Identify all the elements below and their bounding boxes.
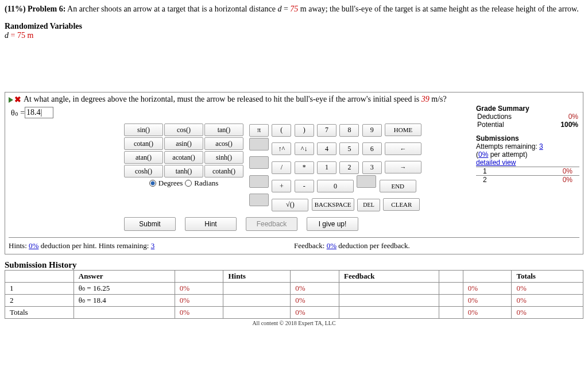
keypad: π ( ) 7 8 9 HOME ↑^ ^↓ 4 5 6 xyxy=(249,123,422,212)
fn-cotan[interactable]: cotan() xyxy=(124,137,163,150)
submit-button[interactable]: Submit xyxy=(124,217,176,231)
problem-label: Problem 6: xyxy=(28,5,65,13)
d-var: d xyxy=(277,5,281,13)
key-minus[interactable]: - xyxy=(295,180,314,192)
fn-tanh[interactable]: tanh() xyxy=(164,165,203,177)
key-left[interactable]: ← xyxy=(385,142,421,155)
randomized-vars: Randomized Variables d = 75 m xyxy=(5,22,583,40)
key-del[interactable]: DEL xyxy=(357,199,380,211)
problem-text1: An archer shoots an arrow at a target th… xyxy=(67,5,277,13)
key-blank4 xyxy=(357,175,376,188)
fn-cos[interactable]: cos() xyxy=(164,123,203,136)
key-clear[interactable]: CLEAR xyxy=(383,198,420,211)
grade-summary: Grade Summary Deductions0% Potential100%… xyxy=(476,105,579,234)
part-icons: ✖ xyxy=(9,95,21,105)
hints-remain-link[interactable]: 3 xyxy=(151,241,155,250)
hints-line: Hints: 0% deduction per hint. Hints rema… xyxy=(9,241,294,250)
key-backspace[interactable]: BACKSPACE xyxy=(312,198,354,211)
key-6[interactable]: 6 xyxy=(362,142,382,155)
key-sup[interactable]: ↑^ xyxy=(272,142,291,155)
key-blank2 xyxy=(249,156,269,169)
key-mul[interactable]: * xyxy=(295,161,314,174)
fn-tan[interactable]: tan() xyxy=(204,123,243,136)
radio-degrees[interactable] xyxy=(149,180,156,187)
feedback-button[interactable]: Feedback xyxy=(246,217,297,231)
key-rparen[interactable]: ) xyxy=(295,124,314,137)
key-blank3 xyxy=(249,175,269,188)
history-row: 1θ₀ = 16.250% 0% 0%0% xyxy=(5,282,583,294)
rv-d-val: = 75 m xyxy=(11,31,34,40)
fn-sin[interactable]: sin() xyxy=(124,123,163,136)
attempts-remaining-link[interactable]: 3 xyxy=(539,142,543,150)
answer-label: θ₀ = xyxy=(11,108,25,118)
key-div[interactable]: / xyxy=(272,161,291,174)
hint-button[interactable]: Hint xyxy=(185,217,237,231)
problem-text2: m away; the bull's-eye of the target is … xyxy=(300,5,579,13)
answer-input[interactable] xyxy=(25,107,53,118)
footer: All content © 2018 Expert TA, LLC xyxy=(5,320,583,326)
hints-ded-link[interactable]: 0% xyxy=(29,241,38,250)
key-sub[interactable]: ^↓ xyxy=(295,142,314,155)
feedback-line: Feedback: 0% deduction per feedback. xyxy=(294,241,579,250)
fn-cotanh[interactable]: cotanh() xyxy=(204,165,243,177)
history-totals-row: Totals0% 0% 0%0% xyxy=(5,306,583,318)
key-2[interactable]: 2 xyxy=(339,161,359,174)
key-sqrt[interactable]: √() xyxy=(272,199,308,211)
key-blank1 xyxy=(249,138,269,150)
part-box: ✖ At what angle, in degrees above the ho… xyxy=(5,92,583,254)
d-val: 75 xyxy=(290,5,298,13)
per-attempt-link[interactable]: 0% xyxy=(478,150,488,159)
fn-asin[interactable]: asin() xyxy=(164,137,203,150)
key-home[interactable]: HOME xyxy=(385,123,421,136)
problem-percent: (11%) xyxy=(5,5,26,13)
key-3[interactable]: 3 xyxy=(362,161,382,174)
fn-acos[interactable]: acos() xyxy=(204,137,243,150)
answer-row: θ₀ = xyxy=(11,107,476,118)
key-pi[interactable]: π xyxy=(249,124,269,137)
history-row: 2θ₀ = 18.40% 0% 0%0% xyxy=(5,294,583,306)
key-4[interactable]: 4 xyxy=(317,142,336,155)
key-lparen[interactable]: ( xyxy=(272,124,291,137)
angle-mode[interactable]: Degrees Radians xyxy=(123,179,244,188)
detailed-view-link[interactable]: detailed view xyxy=(476,159,579,167)
key-9[interactable]: 9 xyxy=(362,124,382,137)
giveup-button[interactable]: I give up! xyxy=(307,217,358,231)
key-0[interactable]: 0 xyxy=(317,180,354,192)
radio-radians[interactable] xyxy=(185,180,192,187)
fn-atan[interactable]: atan() xyxy=(124,151,163,164)
key-7[interactable]: 7 xyxy=(317,124,336,137)
part-question: At what angle, in degrees above the hori… xyxy=(24,95,579,104)
fn-cosh[interactable]: cosh() xyxy=(124,165,163,177)
fn-acotan[interactable]: acotan() xyxy=(164,151,203,164)
key-1[interactable]: 1 xyxy=(317,161,336,174)
x-icon[interactable]: ✖ xyxy=(14,95,21,105)
key-end[interactable]: END xyxy=(380,180,416,192)
key-5[interactable]: 5 xyxy=(339,142,359,155)
key-blank5 xyxy=(249,194,269,206)
fn-sinh[interactable]: sinh() xyxy=(204,151,243,164)
submission-history: Submission History Answer Hints Feedback… xyxy=(5,260,583,319)
play-icon[interactable] xyxy=(9,97,13,103)
function-pad: sin()cos()tan() cotan()asin()acos() atan… xyxy=(123,123,244,188)
feedback-ded-link[interactable]: 0% xyxy=(327,241,336,250)
action-row: Submit Hint Feedback I give up! xyxy=(123,217,476,231)
randomized-title: Randomized Variables xyxy=(5,22,583,31)
history-header-row: Answer Hints Feedback Totals xyxy=(5,270,583,282)
key-right[interactable]: → xyxy=(385,161,421,173)
key-plus[interactable]: + xyxy=(272,180,291,192)
problem-header: (11%) Problem 6: An archer shoots an arr… xyxy=(5,5,583,14)
rv-d: d xyxy=(5,31,9,40)
key-8[interactable]: 8 xyxy=(339,124,359,137)
